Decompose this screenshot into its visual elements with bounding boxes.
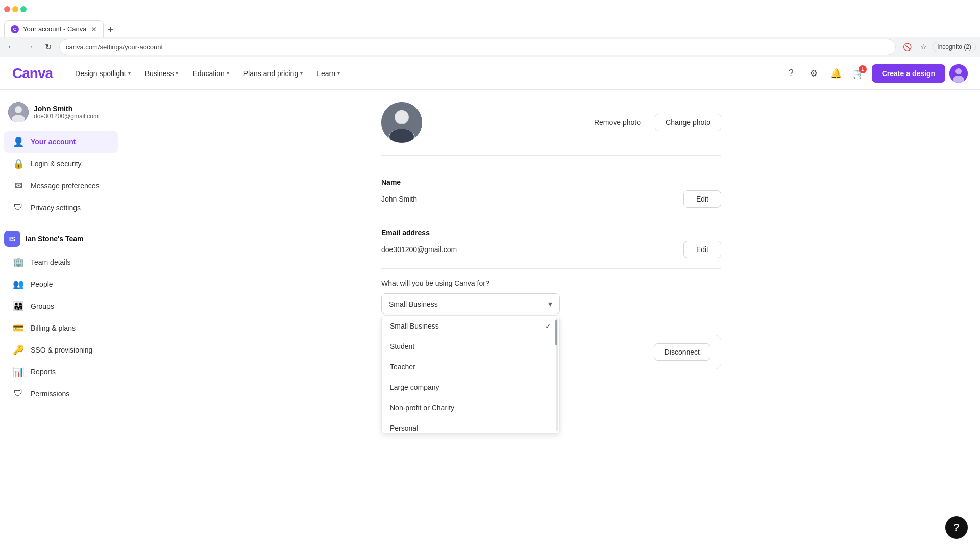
sidebar-item-label: Login & security [31, 160, 82, 168]
chevron-down-icon: ▾ [176, 70, 178, 76]
sidebar-item-permissions[interactable]: 🛡 Permissions [4, 383, 118, 404]
sidebar-item-label: Privacy settings [31, 204, 81, 212]
sidebar-item-your-account[interactable]: 👤 Your account [4, 131, 118, 153]
sidebar-item-people[interactable]: 👥 People [4, 273, 118, 295]
permissions-icon: 🛡 [12, 388, 24, 399]
scrollbar-thumb[interactable] [555, 320, 557, 345]
app-header: Canva Design spotlight ▾ Business ▾ Educ… [0, 57, 980, 90]
name-field-row: John Smith Edit [381, 190, 721, 208]
nav-business[interactable]: Business ▾ [139, 65, 185, 82]
chevron-down-icon: ▾ [227, 70, 229, 76]
remove-photo-button[interactable]: Remove photo [586, 114, 649, 131]
dropdown-item-large-company[interactable]: Large company [382, 377, 559, 397]
building-icon: 🏢 [12, 257, 24, 268]
dropdown-item-nonprofit[interactable]: Non-profit or Charity [382, 397, 559, 418]
sidebar-item-team-details[interactable]: 🏢 Team details [4, 252, 118, 273]
sidebar-item-billing[interactable]: 💳 Billing & plans [4, 317, 118, 339]
nav-learn[interactable]: Learn ▾ [311, 65, 346, 82]
nav-plans[interactable]: Plans and pricing ▾ [237, 65, 309, 82]
sidebar-item-message-preferences[interactable]: ✉ Message preferences [4, 175, 118, 196]
sidebar-item-label: Billing & plans [31, 324, 76, 332]
bell-icon-button[interactable]: 🔔 [827, 64, 845, 83]
canva-use-section: What will you be using Canva for? Small … [381, 269, 721, 324]
sidebar-item-label: Permissions [31, 390, 69, 398]
sidebar-username: John Smith [34, 105, 99, 113]
sidebar-item-label: Team details [31, 258, 71, 266]
disconnect-button[interactable]: Disconnect [654, 343, 710, 361]
sidebar-item-privacy-settings[interactable]: 🛡 Privacy settings [4, 197, 118, 218]
check-icon: ✓ [545, 322, 551, 330]
canva-use-dropdown-wrapper: Small Business ▾ Small Business ✓ Studen… [381, 293, 560, 314]
help-icon: ? [789, 68, 794, 79]
help-fab-button[interactable]: ? [945, 516, 968, 539]
main-layout: John Smith doe301200@gmail.com 👤 Your ac… [0, 90, 980, 551]
team-name: Ian Stone's Team [26, 235, 84, 243]
mail-icon: ✉ [12, 180, 24, 191]
back-button[interactable]: ← [4, 40, 18, 54]
dropdown-item-small-business[interactable]: Small Business ✓ [382, 316, 559, 336]
name-edit-button[interactable]: Edit [683, 190, 721, 208]
email-edit-button[interactable]: Edit [683, 241, 721, 258]
address-bar[interactable]: canva.com/settings/your-account [59, 39, 896, 55]
photo-actions: Remove photo Change photo [434, 114, 721, 131]
content-area: Remove photo Change photo Name John Smit… [122, 90, 980, 551]
canva-use-dropdown-trigger[interactable]: Small Business ▾ [381, 293, 560, 314]
new-tab-button[interactable]: + [104, 22, 118, 37]
name-label: Name [381, 178, 721, 186]
sidebar-item-sso[interactable]: 🔑 SSO & provisioning [4, 339, 118, 361]
close-button[interactable] [4, 6, 10, 12]
email-field-section: Email address doe301200@gmail.com Edit [381, 218, 721, 269]
address-bar-row: ← → ↻ canva.com/settings/your-account 🚫 … [0, 37, 980, 57]
settings-icon: ⚙ [810, 68, 818, 79]
dropdown-item-teacher[interactable]: Teacher [382, 357, 559, 377]
groups-icon: 👨‍👩‍👧 [12, 300, 24, 312]
sidebar-item-reports[interactable]: 📊 Reports [4, 361, 118, 383]
chevron-down-icon: ▾ [337, 70, 340, 76]
sidebar-email: doe301200@gmail.com [34, 113, 99, 120]
user-avatar-header[interactable] [949, 64, 968, 83]
svg-point-10 [395, 110, 408, 123]
canva-use-dropdown-menu: Small Business ✓ Student Teacher Large c… [381, 315, 560, 434]
sidebar-item-label: People [31, 280, 53, 288]
incognito-label: Incognito (2) [937, 43, 971, 51]
active-tab[interactable]: C Your account - Canva ✕ [4, 20, 104, 37]
nav-education[interactable]: Education ▾ [186, 65, 235, 82]
svg-point-1 [955, 68, 962, 74]
nav-design-spotlight[interactable]: Design spotlight ▾ [69, 65, 137, 82]
change-photo-button[interactable]: Change photo [655, 114, 721, 131]
chevron-down-icon: ▾ [128, 70, 131, 76]
help-icon-button[interactable]: ? [782, 64, 800, 83]
tab-bar: C Your account - Canva ✕ + [0, 18, 980, 37]
tab-title: Your account - Canva [23, 25, 87, 33]
sidebar-item-label: Groups [31, 302, 54, 310]
bookmark-icon[interactable]: ☆ [916, 40, 930, 54]
sidebar-item-groups[interactable]: 👨‍👩‍👧 Groups [4, 295, 118, 317]
cart-icon-button[interactable]: 🛒 1 [849, 64, 868, 83]
browser-actions: 🚫 ☆ Incognito (2) [900, 40, 976, 54]
sidebar-team-header[interactable]: IS Ian Stone's Team [0, 227, 122, 251]
settings-icon-button[interactable]: ⚙ [804, 64, 823, 83]
dropdown-item-label: Large company [390, 383, 439, 391]
maximize-button[interactable] [20, 6, 27, 12]
dropdown-item-student[interactable]: Student [382, 336, 559, 357]
dropdown-item-label: Teacher [390, 363, 415, 371]
sidebar-item-label: Your account [31, 138, 76, 146]
person-icon: 👤 [12, 136, 24, 147]
sidebar-item-login-security[interactable]: 🔒 Login & security [4, 153, 118, 174]
dropdown-item-label: Small Business [390, 322, 439, 330]
dropdown-item-personal[interactable]: Personal [382, 418, 559, 433]
svg-point-4 [15, 106, 22, 113]
refresh-button[interactable]: ↻ [41, 40, 55, 54]
tab-close-button[interactable]: ✕ [91, 25, 97, 33]
chevron-down-icon: ▾ [300, 70, 303, 76]
dropdown-selected-value: Small Business [389, 300, 438, 308]
window-controls [4, 6, 27, 12]
browser-chrome: C Your account - Canva ✕ + ← → ↻ canva.c… [0, 0, 980, 57]
create-design-button[interactable]: Create a design [872, 64, 945, 83]
main-nav: Design spotlight ▾ Business ▾ Education … [69, 65, 766, 82]
minimize-button[interactable] [12, 6, 18, 12]
forward-button[interactable]: → [22, 40, 37, 54]
sidebar: John Smith doe301200@gmail.com 👤 Your ac… [0, 90, 122, 551]
canva-logo[interactable]: Canva [12, 65, 53, 82]
email-field-row: doe301200@gmail.com Edit [381, 241, 721, 258]
